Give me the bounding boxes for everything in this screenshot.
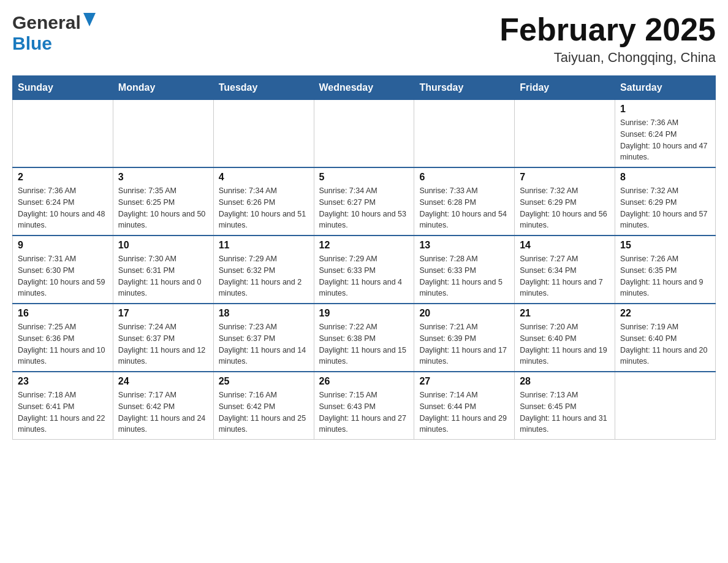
day-number: 28 (520, 376, 610, 387)
calendar-cell: 8Sunrise: 7:32 AMSunset: 6:29 PMDaylight… (615, 167, 716, 236)
day-info: Sunrise: 7:24 AMSunset: 6:37 PMDaylight:… (118, 321, 208, 367)
day-number: 15 (620, 240, 710, 251)
day-info: Sunrise: 7:14 AMSunset: 6:44 PMDaylight:… (419, 389, 509, 435)
day-info: Sunrise: 7:30 AMSunset: 6:31 PMDaylight:… (118, 253, 208, 299)
weekday-header-monday: Monday (113, 76, 213, 100)
day-number: 12 (319, 240, 409, 251)
calendar-cell: 24Sunrise: 7:17 AMSunset: 6:42 PMDayligh… (113, 372, 213, 440)
weekday-header-thursday: Thursday (414, 76, 515, 100)
calendar-cell: 25Sunrise: 7:16 AMSunset: 6:42 PMDayligh… (213, 372, 314, 440)
day-number: 16 (18, 308, 108, 319)
logo-general-text: General (12, 12, 81, 33)
day-number: 4 (219, 172, 309, 183)
title-area: February 2025 Taiyuan, Chongqing, China (499, 12, 716, 66)
day-number: 21 (520, 308, 610, 319)
day-info: Sunrise: 7:35 AMSunset: 6:25 PMDaylight:… (118, 185, 208, 231)
calendar-cell: 17Sunrise: 7:24 AMSunset: 6:37 PMDayligh… (113, 304, 213, 372)
day-info: Sunrise: 7:22 AMSunset: 6:38 PMDaylight:… (319, 321, 409, 367)
day-info: Sunrise: 7:17 AMSunset: 6:42 PMDaylight:… (118, 389, 208, 435)
day-number: 23 (18, 376, 108, 387)
day-number: 5 (319, 172, 409, 183)
day-info: Sunrise: 7:27 AMSunset: 6:34 PMDaylight:… (520, 253, 610, 299)
calendar-cell: 23Sunrise: 7:18 AMSunset: 6:41 PMDayligh… (13, 372, 113, 440)
day-info: Sunrise: 7:16 AMSunset: 6:42 PMDaylight:… (219, 389, 309, 435)
day-number: 22 (620, 308, 710, 319)
weekday-header-sunday: Sunday (13, 76, 113, 100)
calendar-cell: 20Sunrise: 7:21 AMSunset: 6:39 PMDayligh… (414, 304, 515, 372)
day-number: 27 (419, 376, 509, 387)
day-info: Sunrise: 7:28 AMSunset: 6:33 PMDaylight:… (419, 253, 509, 299)
calendar-cell: 21Sunrise: 7:20 AMSunset: 6:40 PMDayligh… (515, 304, 615, 372)
calendar-cell: 27Sunrise: 7:14 AMSunset: 6:44 PMDayligh… (414, 372, 515, 440)
logo: General Blue (12, 12, 96, 54)
day-info: Sunrise: 7:18 AMSunset: 6:41 PMDaylight:… (18, 389, 108, 435)
month-title: February 2025 (499, 12, 716, 47)
calendar-cell: 11Sunrise: 7:29 AMSunset: 6:32 PMDayligh… (213, 236, 314, 304)
location: Taiyuan, Chongqing, China (499, 50, 716, 66)
calendar-cell: 6Sunrise: 7:33 AMSunset: 6:28 PMDaylight… (414, 167, 515, 236)
calendar-cell: 15Sunrise: 7:26 AMSunset: 6:35 PMDayligh… (615, 236, 716, 304)
calendar-cell (13, 100, 113, 168)
day-number: 1 (620, 104, 710, 115)
day-info: Sunrise: 7:29 AMSunset: 6:33 PMDaylight:… (319, 253, 409, 299)
day-info: Sunrise: 7:13 AMSunset: 6:45 PMDaylight:… (520, 389, 610, 435)
day-info: Sunrise: 7:33 AMSunset: 6:28 PMDaylight:… (419, 185, 509, 231)
week-row-3: 9Sunrise: 7:31 AMSunset: 6:30 PMDaylight… (13, 236, 716, 304)
calendar-cell: 12Sunrise: 7:29 AMSunset: 6:33 PMDayligh… (314, 236, 414, 304)
day-number: 20 (419, 308, 509, 319)
day-info: Sunrise: 7:23 AMSunset: 6:37 PMDaylight:… (219, 321, 309, 367)
calendar-cell: 5Sunrise: 7:34 AMSunset: 6:27 PMDaylight… (314, 167, 414, 236)
calendar-cell (615, 372, 716, 440)
logo-blue-text: Blue (12, 33, 52, 54)
day-number: 25 (219, 376, 309, 387)
day-info: Sunrise: 7:34 AMSunset: 6:27 PMDaylight:… (319, 185, 409, 231)
calendar-cell (113, 100, 213, 168)
calendar-cell (414, 100, 515, 168)
calendar-table: SundayMondayTuesdayWednesdayThursdayFrid… (12, 75, 716, 440)
calendar-cell: 10Sunrise: 7:30 AMSunset: 6:31 PMDayligh… (113, 236, 213, 304)
calendar-cell: 19Sunrise: 7:22 AMSunset: 6:38 PMDayligh… (314, 304, 414, 372)
calendar-cell: 9Sunrise: 7:31 AMSunset: 6:30 PMDaylight… (13, 236, 113, 304)
calendar-cell: 14Sunrise: 7:27 AMSunset: 6:34 PMDayligh… (515, 236, 615, 304)
weekday-header-friday: Friday (515, 76, 615, 100)
week-row-5: 23Sunrise: 7:18 AMSunset: 6:41 PMDayligh… (13, 372, 716, 440)
calendar-cell: 4Sunrise: 7:34 AMSunset: 6:26 PMDaylight… (213, 167, 314, 236)
day-info: Sunrise: 7:32 AMSunset: 6:29 PMDaylight:… (520, 185, 610, 231)
day-number: 2 (18, 172, 108, 183)
day-info: Sunrise: 7:31 AMSunset: 6:30 PMDaylight:… (18, 253, 108, 299)
day-info: Sunrise: 7:36 AMSunset: 6:24 PMDaylight:… (620, 117, 710, 163)
week-row-4: 16Sunrise: 7:25 AMSunset: 6:36 PMDayligh… (13, 304, 716, 372)
calendar-cell: 26Sunrise: 7:15 AMSunset: 6:43 PMDayligh… (314, 372, 414, 440)
day-number: 24 (118, 376, 208, 387)
weekday-header-wednesday: Wednesday (314, 76, 414, 100)
calendar-cell (314, 100, 414, 168)
day-number: 8 (620, 172, 710, 183)
week-row-1: 1Sunrise: 7:36 AMSunset: 6:24 PMDaylight… (13, 100, 716, 168)
calendar-cell: 13Sunrise: 7:28 AMSunset: 6:33 PMDayligh… (414, 236, 515, 304)
calendar-cell: 1Sunrise: 7:36 AMSunset: 6:24 PMDaylight… (615, 100, 716, 168)
calendar-cell: 28Sunrise: 7:13 AMSunset: 6:45 PMDayligh… (515, 372, 615, 440)
day-number: 26 (319, 376, 409, 387)
day-number: 18 (219, 308, 309, 319)
day-number: 17 (118, 308, 208, 319)
week-row-2: 2Sunrise: 7:36 AMSunset: 6:24 PMDaylight… (13, 167, 716, 236)
day-info: Sunrise: 7:34 AMSunset: 6:26 PMDaylight:… (219, 185, 309, 231)
calendar-cell: 3Sunrise: 7:35 AMSunset: 6:25 PMDaylight… (113, 167, 213, 236)
day-info: Sunrise: 7:21 AMSunset: 6:39 PMDaylight:… (419, 321, 509, 367)
day-info: Sunrise: 7:19 AMSunset: 6:40 PMDaylight:… (620, 321, 710, 367)
calendar-cell: 16Sunrise: 7:25 AMSunset: 6:36 PMDayligh… (13, 304, 113, 372)
weekday-header-row: SundayMondayTuesdayWednesdayThursdayFrid… (13, 76, 716, 100)
day-info: Sunrise: 7:26 AMSunset: 6:35 PMDaylight:… (620, 253, 710, 299)
day-number: 19 (319, 308, 409, 319)
day-info: Sunrise: 7:20 AMSunset: 6:40 PMDaylight:… (520, 321, 610, 367)
day-info: Sunrise: 7:15 AMSunset: 6:43 PMDaylight:… (319, 389, 409, 435)
day-info: Sunrise: 7:29 AMSunset: 6:32 PMDaylight:… (219, 253, 309, 299)
day-number: 14 (520, 240, 610, 251)
day-info: Sunrise: 7:36 AMSunset: 6:24 PMDaylight:… (18, 185, 108, 231)
calendar-cell: 22Sunrise: 7:19 AMSunset: 6:40 PMDayligh… (615, 304, 716, 372)
day-number: 3 (118, 172, 208, 183)
calendar-cell (515, 100, 615, 168)
day-number: 7 (520, 172, 610, 183)
day-number: 6 (419, 172, 509, 183)
calendar-cell: 2Sunrise: 7:36 AMSunset: 6:24 PMDaylight… (13, 167, 113, 236)
